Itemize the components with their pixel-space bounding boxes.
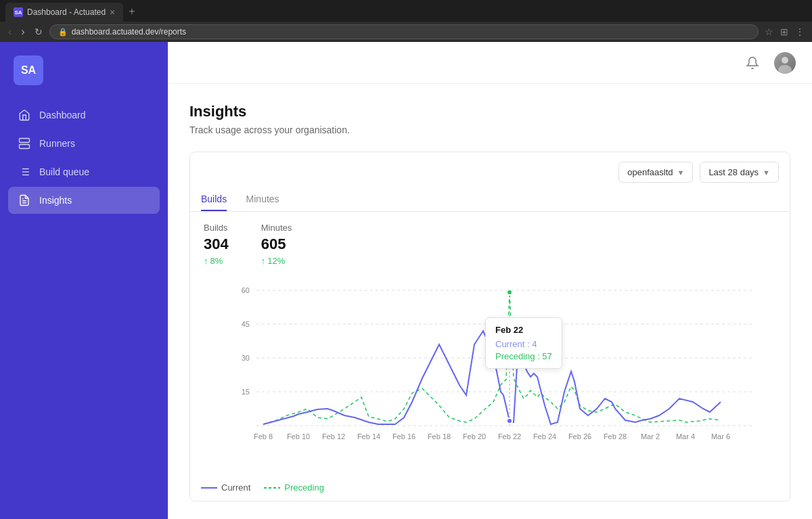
period-dropdown-label: Last 28 days [708,167,759,177]
sidebar-item-label: Runners [39,138,75,149]
active-tab[interactable]: SA Dashboard - Actuated × [5,3,123,22]
chart-stats: Builds 304 8% Minutes 605 12% [190,212,790,271]
svg-text:Feb 24: Feb 24 [533,432,556,441]
sidebar: SA Dashboard Runners Build queue [0,42,168,519]
minutes-label: Minutes [261,223,292,233]
sidebar-logo: SA [0,42,168,101]
svg-text:Feb 26: Feb 26 [568,432,591,441]
address-bar[interactable]: 🔒 dashboard.actuated.dev/reports [49,24,759,39]
legend-current-line [201,487,217,489]
svg-point-13 [778,65,792,74]
tab-builds[interactable]: Builds [201,188,227,211]
legend-preceding: Preceding [264,482,324,493]
svg-rect-0 [20,139,30,143]
sidebar-item-label: Dashboard [39,110,86,120]
new-tab-button[interactable]: + [123,1,140,22]
sidebar-item-label: Insights [39,195,72,206]
tooltip-current: Current : 4 [495,339,552,349]
list-icon [18,165,31,179]
chart-area: .grid-line { stroke: #ddd; stroke-width:… [190,271,790,480]
browser-tabs: SA Dashboard - Actuated × + [0,0,812,22]
svg-text:Feb 28: Feb 28 [604,432,627,441]
svg-rect-1 [20,145,30,149]
refresh-button[interactable]: ↻ [32,25,45,39]
svg-text:Feb 20: Feb 20 [463,432,486,441]
tooltip-preceding: Preceding : 57 [495,351,552,361]
svg-text:Feb 8: Feb 8 [254,432,273,441]
tooltip-dot-current [507,418,512,424]
svg-text:Feb 10: Feb 10 [287,432,310,441]
page-title: Insights [189,103,790,120]
legend-preceding-line [264,487,280,489]
svg-text:45: 45 [242,320,250,328]
chart-svg-container: .grid-line { stroke: #ddd; stroke-width:… [201,277,779,469]
home-icon [18,108,31,122]
svg-text:Feb 16: Feb 16 [392,432,415,441]
builds-change: 8% [204,256,229,266]
sidebar-item-insights[interactable]: Insights [8,187,160,214]
lock-icon: 🔒 [58,28,68,37]
svg-text:Mar 6: Mar 6 [711,432,730,441]
menu-icon[interactable]: ⋮ [793,25,807,39]
builds-label: Builds [204,223,229,233]
svg-text:Mar 2: Mar 2 [641,432,660,441]
builds-stat: Builds 304 8% [204,223,229,266]
page-content: Insights Track usage across your organis… [168,84,812,519]
chart-legend: Current Preceding [190,480,790,501]
tooltip-date: Feb 22 [495,325,552,335]
minutes-stat: Minutes 605 12% [261,223,292,266]
sidebar-item-build-queue[interactable]: Build queue [8,158,160,185]
main-content: Insights Track usage across your organis… [168,42,812,519]
url-text: dashboard.actuated.dev/reports [72,27,186,37]
notification-button[interactable] [742,52,763,74]
tooltip-dot-preceding [507,290,512,295]
top-bar [168,42,812,84]
chart-tabs: Builds Minutes [190,188,790,212]
tab-minutes[interactable]: Minutes [246,188,279,211]
svg-text:30: 30 [242,354,250,362]
back-button[interactable]: ‹ [5,24,14,39]
legend-current: Current [201,482,250,493]
sidebar-item-runners[interactable]: Runners [8,130,160,157]
svg-text:Mar 4: Mar 4 [676,432,695,441]
browser-actions: ☆ ⊞ ⋮ [763,25,807,39]
sidebar-item-label: Build queue [39,166,89,177]
extension-icon[interactable]: ⊞ [778,25,790,39]
minutes-change: 12% [261,256,292,266]
tab-title: Dashboard - Actuated [27,7,106,17]
avatar[interactable] [774,52,796,74]
svg-text:Feb 12: Feb 12 [322,432,345,441]
svg-point-12 [782,57,788,64]
legend-preceding-label: Preceding [284,482,324,493]
legend-current-label: Current [221,482,250,493]
org-dropdown[interactable]: openfaasltd ▼ [618,162,693,183]
sidebar-nav: Dashboard Runners Build queue Insights [0,101,168,214]
chart-tooltip: Feb 22 Current : 4 Preceding : 57 [485,317,562,369]
tab-favicon: SA [14,7,23,17]
page-subtitle: Track usage across your organisation. [189,125,790,135]
chart-svg: .grid-line { stroke: #ddd; stroke-width:… [201,277,779,466]
svg-text:15: 15 [242,388,250,396]
document-icon [18,194,31,207]
chevron-down-icon: ▼ [677,168,685,177]
browser-chrome: SA Dashboard - Actuated × + ‹ › ↻ 🔒 dash… [0,0,812,42]
period-dropdown[interactable]: Last 28 days ▼ [700,162,779,183]
chart-card: openfaasltd ▼ Last 28 days ▼ Builds Minu… [189,152,790,501]
org-dropdown-label: openfaasltd [627,167,673,177]
svg-text:Feb 14: Feb 14 [357,432,380,441]
sidebar-item-dashboard[interactable]: Dashboard [8,101,160,129]
tab-close-button[interactable]: × [110,7,115,18]
chart-header: openfaasltd ▼ Last 28 days ▼ [190,152,790,183]
server-icon [18,137,31,150]
avatar-image [774,52,796,74]
minutes-value: 605 [261,235,292,253]
svg-text:60: 60 [242,286,250,294]
bookmark-icon[interactable]: ☆ [763,25,775,39]
svg-text:Feb 22: Feb 22 [498,432,521,441]
app-container: SA Dashboard Runners Build queue [0,42,812,519]
forward-button[interactable]: › [18,24,27,39]
chevron-down-icon: ▼ [763,168,770,177]
svg-text:Feb 18: Feb 18 [428,432,451,441]
builds-value: 304 [204,235,229,253]
logo-badge: SA [14,55,43,85]
